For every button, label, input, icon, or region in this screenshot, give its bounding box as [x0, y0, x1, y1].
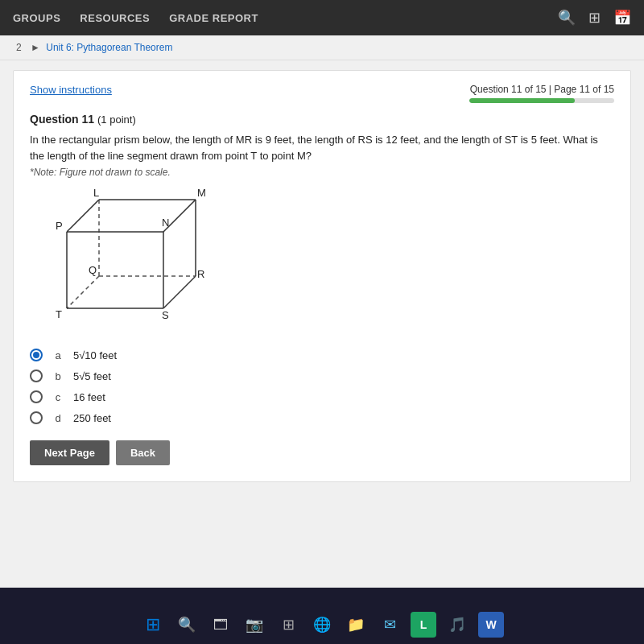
choice-text-c: 16 feet [73, 391, 105, 403]
choice-b[interactable]: b 5√5 feet [30, 369, 614, 382]
taskbar-word-icon[interactable]: W [478, 612, 504, 638]
taskbar-search-icon[interactable]: 🔍 [174, 612, 200, 638]
choice-text-a: 5√10 feet [73, 349, 117, 361]
label-l: L [93, 188, 99, 199]
qt-edge [67, 276, 99, 308]
choice-a[interactable]: a 5√10 feet [30, 349, 614, 361]
prism-diagram: L M P N Q R T S [43, 188, 220, 332]
question-title: Question 11 (1 point) [30, 113, 614, 126]
radio-c[interactable] [30, 390, 43, 403]
nav-groups[interactable]: GROUPS [13, 12, 60, 24]
label-p: P [56, 220, 63, 232]
taskbar-desktop-icon[interactable]: 🗔 [208, 612, 233, 638]
breadcrumb-link[interactable]: Unit 6: Pythagorean Theorem [46, 42, 172, 53]
taskbar: ⊞ 🔍 🗔 📷 ⊞ 🌐 📁 ✉ L 🎵 W [0, 605, 644, 644]
next-page-button[interactable]: Next Page [30, 440, 109, 465]
label-s: S [162, 309, 169, 321]
button-row: Next Page Back [30, 440, 614, 465]
question-status: Question 11 of 15 | Page 11 of 15 [469, 84, 614, 103]
progress-bar [469, 98, 614, 103]
nav-grade-report[interactable]: GRADE REPORT [169, 12, 258, 24]
grid-icon[interactable]: ⊞ [588, 9, 601, 27]
choice-letter-b: b [52, 370, 64, 382]
nav-resources[interactable]: RESOURCES [80, 12, 150, 24]
taskbar-apps-icon[interactable]: ⊞ [275, 612, 301, 638]
answer-choices: a 5√10 feet b 5√5 feet c 16 feet d 250 f… [30, 349, 614, 424]
radio-b[interactable] [30, 369, 43, 382]
choice-letter-d: d [52, 412, 64, 424]
radio-d[interactable] [30, 411, 43, 424]
search-icon[interactable]: 🔍 [558, 9, 576, 27]
taskbar-l-icon[interactable]: L [411, 612, 436, 638]
taskbar-music-icon[interactable]: 🎵 [444, 612, 470, 638]
question-header: Show instructions Question 11 of 15 | Pa… [30, 84, 614, 103]
label-m: M [197, 188, 206, 199]
label-t: T [56, 308, 62, 320]
diagram-container: L M P N Q R T S [43, 188, 614, 336]
pl-edge [67, 200, 99, 232]
label-q: Q [89, 264, 97, 276]
choice-text-d: 250 feet [73, 412, 111, 424]
label-r: R [197, 268, 204, 280]
choice-letter-a: a [52, 349, 64, 361]
main-content: GROUPS RESOURCES GRADE REPORT 🔍 ⊞ 📅 2 ► … [0, 0, 644, 588]
taskbar-mail-icon[interactable]: ✉ [377, 612, 402, 638]
navbar-icons: 🔍 ⊞ 📅 [558, 9, 631, 27]
breadcrumb-separator: ► [31, 42, 43, 53]
taskbar-folder-icon[interactable]: 📁 [343, 612, 369, 638]
breadcrumb: 2 ► Unit 6: Pythagorean Theorem [0, 35, 644, 60]
choice-c[interactable]: c 16 feet [30, 390, 614, 403]
taskbar-edge-icon[interactable]: 🌐 [309, 612, 335, 638]
taskbar-camera-icon[interactable]: 📷 [242, 612, 267, 638]
question-note: *Note: Figure not drawn to scale. [30, 167, 614, 178]
progress-fill [469, 98, 575, 103]
radio-a[interactable] [30, 349, 43, 361]
taskbar-windows-icon[interactable]: ⊞ [140, 612, 166, 638]
calendar-icon[interactable]: 📅 [613, 9, 631, 27]
choice-letter-c: c [52, 391, 64, 403]
breadcrumb-prefix: 2 [16, 42, 22, 53]
question-text: In the rectangular prism below, the leng… [30, 132, 614, 163]
label-n: N [162, 217, 169, 229]
back-button[interactable]: Back [116, 440, 170, 465]
choice-text-b: 5√5 feet [73, 370, 111, 382]
navbar: GROUPS RESOURCES GRADE REPORT 🔍 ⊞ 📅 [0, 0, 644, 35]
choice-d[interactable]: d 250 feet [30, 411, 614, 424]
sr-edge [163, 276, 196, 308]
show-instructions-link[interactable]: Show instructions [30, 84, 112, 96]
content-box: Show instructions Question 11 of 15 | Pa… [13, 70, 631, 482]
status-text: Question 11 of 15 | Page 11 of 15 [469, 84, 614, 95]
